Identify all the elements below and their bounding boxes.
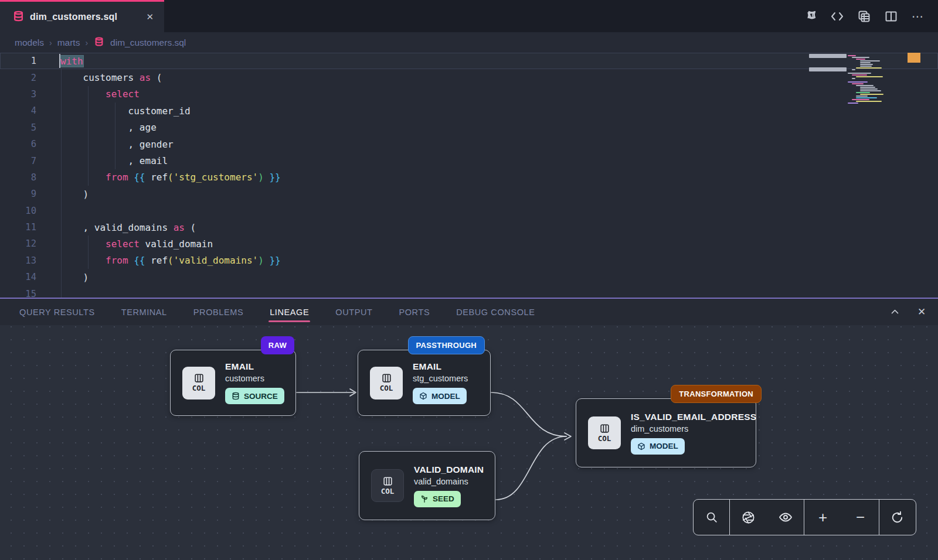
code-text: ) [36,272,89,283]
model-name: dim_customers [631,424,756,433]
close-panel-icon[interactable]: ✕ [916,306,927,318]
lineage-canvas[interactable]: RAW COL EMAIL customers [0,325,938,560]
model-name: customers [225,374,284,383]
breadcrumb-file[interactable]: dim_customers.sql [110,37,186,48]
badge-raw: RAW [261,336,294,354]
seedling-icon [420,495,429,503]
minimap[interactable] [848,55,899,104]
split-editor-icon[interactable] [884,9,898,23]
minimap-line [852,78,855,79]
breadcrumb-marts[interactable]: marts [57,37,80,48]
copy-table-icon[interactable] [857,9,871,23]
code-line[interactable]: 2 customers as ( [0,69,938,86]
lineage-node-valid-domains[interactable]: COL VALID_DOMAIN valid_domains SEED [359,451,495,520]
app-window: dim_customers.sql ✕ [0,0,938,560]
code-text: , email [36,155,168,166]
code-text: , age [36,122,157,133]
more-actions-icon[interactable]: ⋯ [911,9,925,23]
badge-transformation: TRANSFORMATION [671,385,762,403]
line-number: 6 [0,139,36,149]
minimap-line [860,90,881,91]
code-text: , gender [36,139,174,150]
panel-tab-ports[interactable]: PORTS [399,299,430,325]
panel-tab-lineage[interactable]: LINEAGE [270,299,309,325]
code-line[interactable]: 1with [0,53,938,69]
minimap-decoration-bar [809,67,847,71]
line-number: 8 [0,172,36,183]
code-text: from {{ ref('valid_domains') }} [36,255,281,266]
code-text: customers as ( [36,72,162,83]
column-name: EMAIL [225,361,284,372]
column-chip[interactable]: COL [182,367,215,399]
line-number: 9 [0,189,36,199]
lineage-node-customers[interactable]: RAW COL EMAIL customers [170,350,296,416]
cube-icon [419,392,427,400]
panel-tab-bar: QUERY RESULTSTERMINALPROBLEMSLINEAGEOUTP… [0,299,844,325]
line-number: 1 [0,56,36,66]
minimap-line [860,66,872,67]
minimap-line [848,103,858,104]
column-chip[interactable]: COL [588,416,621,449]
indent-guide [61,69,62,298]
code-line[interactable]: 5 , age [0,119,938,136]
code-line[interactable]: 6 , gender [0,136,938,152]
breadcrumb-models[interactable]: models [15,37,44,48]
minimap-line [860,64,873,65]
minimap-line [860,62,871,63]
code-text: from {{ ref('stg_customers') }} [36,172,281,183]
code-line[interactable]: 4 customer_id [0,103,938,119]
eye-icon[interactable] [777,508,794,526]
bottom-panel: QUERY RESULTSTERMINALPROBLEMSLINEAGEOUTP… [0,298,938,560]
editor-tab-dim-customers[interactable]: dim_customers.sql ✕ [0,0,164,32]
code-icon[interactable] [830,9,844,23]
code-text: , valid_domains as ( [36,222,196,233]
code-line[interactable]: 12 select valid_domain [0,235,938,252]
lineage-node-dim-customers[interactable]: TRANSFORMATION COL IS_VALID_EMAIL_ADDRES… [576,398,756,467]
aperture-icon[interactable] [739,508,757,526]
code-line[interactable]: 10 [0,203,938,219]
code-line[interactable]: 13 from {{ ref('valid_domains') }} [0,252,938,269]
search-icon[interactable] [703,508,721,526]
collapse-panel-icon[interactable] [889,306,900,318]
line-number: 4 [0,105,36,116]
lineage-node-stg-customers[interactable]: PASSTHROUGH COL EMAIL stg_customers [358,350,491,416]
columns-icon [382,476,393,486]
panel-tab-terminal[interactable]: TERMINAL [121,299,167,325]
code-line[interactable]: 8 from {{ ref('stg_customers') }} [0,169,938,186]
refresh-icon[interactable] [889,508,906,526]
tab-close-icon[interactable]: ✕ [146,12,154,22]
code-line[interactable]: 14 ) [0,269,938,285]
minimap-line [856,59,865,60]
code-line[interactable]: 9 ) [0,186,938,202]
line-number: 2 [0,73,36,83]
code-line[interactable]: 7 , email [0,152,938,169]
code-line[interactable]: 11 , valid_domains as ( [0,219,938,235]
dbt-extension-icon[interactable] [803,9,817,23]
zoom-out-icon[interactable]: − [852,508,869,526]
type-badge-seed: SEED [414,491,461,507]
minimap-line [856,85,874,86]
zoom-in-icon[interactable]: + [814,508,832,526]
panel-tab-output[interactable]: OUTPUT [335,299,372,325]
type-badge-model: MODEL [631,438,685,455]
code-editor[interactable]: 1with2 customers as (3 select4 customer_… [0,53,938,298]
minimap-line [860,88,878,90]
chevron-right-icon: › [85,38,88,47]
code-line[interactable]: 3 select [0,86,938,103]
minimap-line [848,81,868,83]
column-chip[interactable]: COL [370,367,403,399]
line-number: 15 [0,289,36,298]
column-name: EMAIL [413,361,468,372]
code-line[interactable]: 15 [0,285,938,298]
code-text: ) [36,189,89,200]
cube-icon [637,442,645,450]
panel-tab-problems[interactable]: PROBLEMS [193,299,243,325]
column-chip[interactable]: COL [371,469,404,502]
scrollbar-annotation [908,53,920,63]
chevron-right-icon: › [49,38,52,47]
indent-guide [88,235,89,269]
panel-tab-query-results[interactable]: QUERY RESULTS [19,299,95,325]
minimap-line [856,95,868,97]
panel-tab-debug-console[interactable]: DEBUG CONSOLE [456,299,535,325]
breadcrumb: models › marts › dim_customers.sql [0,32,938,53]
